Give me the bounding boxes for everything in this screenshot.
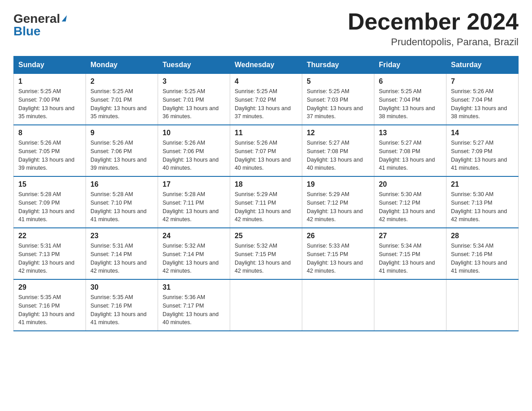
calendar-cell: 23Sunrise: 5:31 AMSunset: 7:14 PMDayligh… (86, 228, 158, 279)
day-number: 10 (163, 129, 225, 137)
day-info: Sunrise: 5:30 AMSunset: 7:13 PMDaylight:… (451, 190, 514, 224)
day-info: Sunrise: 5:35 AMSunset: 7:16 PMDaylight:… (90, 293, 153, 327)
calendar-cell (374, 279, 446, 331)
calendar-cell (230, 279, 302, 331)
day-info: Sunrise: 5:26 AMSunset: 7:06 PMDaylight:… (163, 139, 225, 172)
page-header: General Blue December 2024 Prudentopolis… (13, 9, 519, 48)
location-title: Prudentopolis, Parana, Brazil (348, 36, 519, 48)
calendar-cell: 24Sunrise: 5:32 AMSunset: 7:14 PMDayligh… (158, 228, 230, 279)
day-info: Sunrise: 5:25 AMSunset: 7:02 PMDaylight:… (235, 87, 297, 121)
week-row-4: 22Sunrise: 5:31 AMSunset: 7:13 PMDayligh… (14, 228, 519, 279)
calendar-cell: 1Sunrise: 5:25 AMSunset: 7:00 PMDaylight… (14, 74, 86, 125)
day-number: 15 (18, 180, 81, 188)
day-info: Sunrise: 5:34 AMSunset: 7:16 PMDaylight:… (451, 242, 514, 275)
day-number: 5 (307, 77, 369, 86)
calendar-cell: 4Sunrise: 5:25 AMSunset: 7:02 PMDaylight… (230, 74, 302, 125)
day-number: 8 (18, 129, 81, 137)
day-info: Sunrise: 5:34 AMSunset: 7:15 PMDaylight:… (379, 242, 442, 275)
day-number: 21 (451, 180, 514, 188)
week-row-3: 15Sunrise: 5:28 AMSunset: 7:09 PMDayligh… (14, 176, 519, 228)
calendar-cell: 19Sunrise: 5:29 AMSunset: 7:12 PMDayligh… (302, 176, 374, 228)
day-header-wednesday: Wednesday (230, 56, 302, 74)
day-number: 26 (307, 232, 369, 240)
calendar-cell: 16Sunrise: 5:28 AMSunset: 7:10 PMDayligh… (86, 176, 158, 228)
day-number: 3 (163, 77, 225, 86)
logo: General Blue (13, 13, 66, 38)
calendar-cell: 20Sunrise: 5:30 AMSunset: 7:12 PMDayligh… (374, 176, 446, 228)
logo-blue-text: Blue (13, 25, 41, 38)
calendar-cell: 21Sunrise: 5:30 AMSunset: 7:13 PMDayligh… (446, 176, 519, 228)
day-info: Sunrise: 5:27 AMSunset: 7:08 PMDaylight:… (379, 139, 442, 172)
day-number: 19 (307, 180, 369, 188)
day-number: 2 (90, 77, 153, 86)
day-info: Sunrise: 5:26 AMSunset: 7:05 PMDaylight:… (18, 139, 81, 172)
day-info: Sunrise: 5:30 AMSunset: 7:12 PMDaylight:… (379, 190, 442, 224)
day-number: 18 (235, 180, 297, 188)
day-info: Sunrise: 5:26 AMSunset: 7:04 PMDaylight:… (451, 87, 514, 121)
calendar-cell: 2Sunrise: 5:25 AMSunset: 7:01 PMDaylight… (86, 74, 158, 125)
day-info: Sunrise: 5:26 AMSunset: 7:07 PMDaylight:… (235, 139, 297, 172)
day-number: 9 (90, 129, 153, 137)
month-title: December 2024 (348, 9, 519, 34)
day-info: Sunrise: 5:33 AMSunset: 7:15 PMDaylight:… (307, 242, 369, 275)
day-number: 16 (90, 180, 153, 188)
day-header-monday: Monday (86, 56, 158, 74)
day-info: Sunrise: 5:25 AMSunset: 7:03 PMDaylight:… (307, 87, 369, 121)
day-info: Sunrise: 5:35 AMSunset: 7:16 PMDaylight:… (18, 293, 81, 327)
calendar-cell: 13Sunrise: 5:27 AMSunset: 7:08 PMDayligh… (374, 125, 446, 176)
calendar-cell: 30Sunrise: 5:35 AMSunset: 7:16 PMDayligh… (86, 279, 158, 331)
day-number: 4 (235, 77, 297, 86)
calendar-cell: 17Sunrise: 5:28 AMSunset: 7:11 PMDayligh… (158, 176, 230, 228)
day-header-tuesday: Tuesday (158, 56, 230, 74)
day-number: 14 (451, 129, 514, 137)
day-number: 6 (379, 77, 442, 86)
calendar-cell: 18Sunrise: 5:29 AMSunset: 7:11 PMDayligh… (230, 176, 302, 228)
day-info: Sunrise: 5:31 AMSunset: 7:13 PMDaylight:… (18, 242, 81, 275)
calendar-cell (446, 279, 519, 331)
calendar-cell: 10Sunrise: 5:26 AMSunset: 7:06 PMDayligh… (158, 125, 230, 176)
day-number: 20 (379, 180, 442, 188)
day-info: Sunrise: 5:28 AMSunset: 7:09 PMDaylight:… (18, 190, 81, 224)
week-row-5: 29Sunrise: 5:35 AMSunset: 7:16 PMDayligh… (14, 279, 519, 331)
day-number: 23 (90, 232, 153, 240)
day-number: 1 (18, 77, 81, 86)
day-header-saturday: Saturday (446, 56, 519, 74)
calendar-cell: 11Sunrise: 5:26 AMSunset: 7:07 PMDayligh… (230, 125, 302, 176)
day-number: 17 (163, 180, 225, 188)
week-row-2: 8Sunrise: 5:26 AMSunset: 7:05 PMDaylight… (14, 125, 519, 176)
day-number: 24 (163, 232, 225, 240)
day-number: 27 (379, 232, 442, 240)
day-info: Sunrise: 5:28 AMSunset: 7:11 PMDaylight:… (163, 190, 225, 224)
day-info: Sunrise: 5:36 AMSunset: 7:17 PMDaylight:… (163, 293, 225, 327)
day-info: Sunrise: 5:26 AMSunset: 7:06 PMDaylight:… (90, 139, 153, 172)
calendar-cell: 8Sunrise: 5:26 AMSunset: 7:05 PMDaylight… (14, 125, 86, 176)
calendar-table: SundayMondayTuesdayWednesdayThursdayFrid… (13, 56, 519, 331)
day-header-friday: Friday (374, 56, 446, 74)
day-info: Sunrise: 5:29 AMSunset: 7:12 PMDaylight:… (307, 190, 369, 224)
calendar-cell (302, 279, 374, 331)
calendar-cell: 22Sunrise: 5:31 AMSunset: 7:13 PMDayligh… (14, 228, 86, 279)
day-number: 13 (379, 129, 442, 137)
day-number: 29 (18, 283, 81, 291)
day-info: Sunrise: 5:28 AMSunset: 7:10 PMDaylight:… (90, 190, 153, 224)
day-info: Sunrise: 5:27 AMSunset: 7:09 PMDaylight:… (451, 139, 514, 172)
calendar-cell: 9Sunrise: 5:26 AMSunset: 7:06 PMDaylight… (86, 125, 158, 176)
calendar-cell: 28Sunrise: 5:34 AMSunset: 7:16 PMDayligh… (446, 228, 519, 279)
week-row-1: 1Sunrise: 5:25 AMSunset: 7:00 PMDaylight… (14, 74, 519, 125)
day-info: Sunrise: 5:32 AMSunset: 7:14 PMDaylight:… (163, 242, 225, 275)
day-info: Sunrise: 5:31 AMSunset: 7:14 PMDaylight:… (90, 242, 153, 275)
day-number: 30 (90, 283, 153, 291)
logo-general-text: General (13, 13, 60, 25)
day-number: 31 (163, 283, 225, 291)
calendar-cell: 25Sunrise: 5:32 AMSunset: 7:15 PMDayligh… (230, 228, 302, 279)
calendar-cell: 6Sunrise: 5:25 AMSunset: 7:04 PMDaylight… (374, 74, 446, 125)
calendar-cell: 14Sunrise: 5:27 AMSunset: 7:09 PMDayligh… (446, 125, 519, 176)
calendar-cell: 29Sunrise: 5:35 AMSunset: 7:16 PMDayligh… (14, 279, 86, 331)
day-info: Sunrise: 5:32 AMSunset: 7:15 PMDaylight:… (235, 242, 297, 275)
day-header-sunday: Sunday (14, 56, 86, 74)
day-info: Sunrise: 5:27 AMSunset: 7:08 PMDaylight:… (307, 139, 369, 172)
day-number: 7 (451, 77, 514, 86)
day-info: Sunrise: 5:25 AMSunset: 7:01 PMDaylight:… (90, 87, 153, 121)
calendar-cell: 15Sunrise: 5:28 AMSunset: 7:09 PMDayligh… (14, 176, 86, 228)
day-header-thursday: Thursday (302, 56, 374, 74)
